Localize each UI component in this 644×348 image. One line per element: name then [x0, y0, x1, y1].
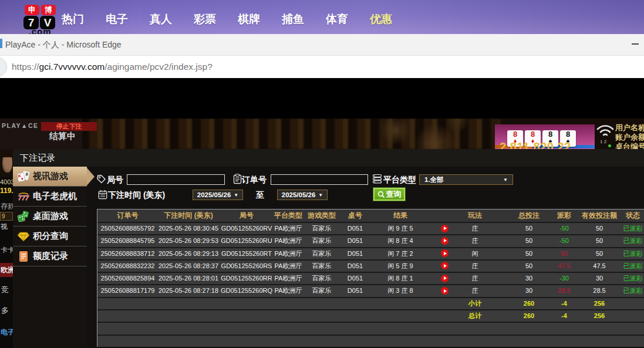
dealer-hair [2, 150, 13, 157]
cell-bet: 50 [511, 261, 547, 272]
cell-bet: 50 [511, 248, 547, 259]
nav-item-彩票[interactable]: 彩票 [194, 12, 214, 27]
cell-status: 已派彩 [617, 235, 644, 246]
page-content: PLAY▲CE 停止下注 结算中 8♦8♦8♠8♠ 2,811,820.22 1… [0, 78, 644, 348]
cell-platform: PA欧洲厅 [274, 261, 302, 272]
playace-logo: PLAY▲CE [2, 122, 39, 129]
platform-select[interactable]: 1.全部 ▼ [419, 174, 513, 185]
cell-order: 250526088832232 [97, 261, 158, 272]
url-scheme: https:// [12, 62, 39, 72]
cell-bet: 30 [511, 285, 547, 296]
cell-empty [158, 310, 219, 322]
cell-payout: -50 [547, 223, 582, 234]
cell-empty [274, 310, 302, 322]
fragment-badge: 9 [0, 212, 13, 221]
sidebar-item-积分查询[interactable]: 积分查询 [13, 227, 87, 246]
cell-result: 闲 9 庄 5 [369, 223, 431, 234]
play-video-icon[interactable] [441, 275, 449, 282]
date-to-select[interactable]: 2025/05/26 ▼ [277, 190, 328, 200]
date-from-value: 2025/05/26 [197, 191, 231, 198]
cell-valid: 50 [582, 248, 617, 259]
table-empty-row [97, 335, 644, 347]
svg-text:777: 777 [18, 194, 29, 201]
date-to-value: 2025/05/26 [282, 191, 316, 198]
site-logo[interactable]: 申 博 [25, 5, 56, 15]
cell-time: 2025-05-26 08:28:01 [158, 273, 219, 284]
round-input[interactable] [127, 174, 225, 185]
panel-header: 下注记录 [13, 149, 644, 167]
nav-item-电子[interactable]: 电子 [106, 12, 126, 27]
play-video-icon[interactable] [441, 249, 449, 257]
platform-label: 平台类型 [383, 175, 416, 185]
bet-records-table: 订单号下注时间 (美东)局号平台类型游戏类型桌号结果玩法总投注派彩有效投注额状态… [97, 209, 644, 347]
column-header: 订单号 [97, 210, 158, 222]
cell-round: GD051255260RS [219, 261, 274, 272]
fragment-deposit: 存款 [1, 201, 13, 211]
sidebar-item-额度记录[interactable]: 额度记录 [13, 246, 87, 266]
cell-valid: 30 [582, 273, 617, 284]
cell-empty [341, 298, 369, 309]
sidebar-item-视讯游戏[interactable]: 9♠K♥视讯游戏 [13, 167, 87, 187]
url-host: gci.7vvvvvv.com [39, 62, 105, 72]
cell-platform: PA欧洲厅 [274, 235, 302, 246]
cell-table-no: D051 [341, 273, 369, 284]
play-video-icon[interactable] [441, 237, 449, 245]
sidebar-item-label: 视讯游戏 [33, 171, 68, 182]
nav-item-捕鱼[interactable]: 捕鱼 [282, 12, 302, 27]
site-navbar: 申 博 7 V .com 热门电子真人彩票棋牌捕鱼体育优惠 [0, 0, 644, 34]
cell-table-no: D051 [341, 261, 369, 272]
minimize-icon[interactable] [632, 43, 639, 45]
cell-status: 已派彩 [617, 261, 644, 272]
date-from-select[interactable]: 2025/05/26 ▼ [193, 190, 243, 200]
address-input[interactable]: https://gci.7vvvvvv.com/agingame/pcv2/in… [12, 56, 213, 77]
panel-title: 下注记录 [20, 149, 55, 167]
column-header: 局号 [219, 210, 274, 222]
cell-time: 2025-05-26 08:29:13 [158, 248, 219, 259]
order-input[interactable] [271, 174, 368, 185]
to-label: 至 [256, 190, 264, 201]
chevron-down-icon: ▼ [318, 192, 323, 198]
sidebar-item-电子老虎机[interactable]: 777电子老虎机 [13, 187, 87, 207]
left-edge-fragments: 4003 119. 存款 9 视 卡卡 欧洲 竞 多 电子 [0, 149, 13, 348]
slot-777-icon: 777 [17, 190, 30, 203]
play-video-icon[interactable] [441, 225, 449, 232]
nav-item-体育[interactable]: 体育 [326, 12, 346, 27]
cell-payout: 50 [547, 248, 582, 259]
cell-platform: PA欧洲厅 [274, 273, 302, 284]
sidebar-item-桌面游戏[interactable]: 桌面游戏 [13, 207, 87, 227]
cell-play: 庄 [457, 273, 493, 284]
chevron-down-icon: ▼ [234, 192, 238, 198]
cell-payout: -50 [547, 235, 582, 246]
cell-payout: 47.5 [547, 261, 582, 272]
clipboard-icon [233, 174, 242, 184]
cell-sum-payout: -4 [547, 310, 582, 322]
play-video-icon[interactable] [441, 262, 449, 269]
cell-time: 2025-05-26 08:28:37 [158, 261, 219, 272]
urlbar-button-icon[interactable] [0, 57, 7, 77]
cell-sum-payout: -4 [547, 298, 582, 309]
wifi-icon [595, 121, 615, 138]
bet-records-panel: 下注记录 9♠K♥视讯游戏777电子老虎机桌面游戏积分查询额度记录 局号 订单号 [13, 149, 644, 348]
dealer-photo [0, 149, 13, 177]
diamond-icon [17, 230, 30, 243]
cell-table-no: D051 [341, 285, 369, 296]
cell-sum-bet: 260 [511, 310, 547, 322]
nav-item-热门[interactable]: 热门 [62, 12, 82, 27]
cell-play: 闲 [457, 248, 493, 259]
cell-play: 庄 [457, 285, 493, 296]
query-button[interactable]: 查询 [373, 188, 405, 201]
cell-table-no: D051 [341, 248, 369, 259]
play-video-icon[interactable] [441, 287, 449, 295]
nav-item-棋牌[interactable]: 棋牌 [238, 12, 258, 27]
nav-item-优惠[interactable]: 优惠 [370, 12, 390, 27]
cell-platform: PA欧洲厅 [274, 285, 302, 296]
cell-order: 250526088817179 [97, 285, 158, 296]
fragment-number: 4003 [0, 178, 13, 185]
cell-game: 百家乐 [302, 248, 341, 259]
cell-empty [219, 298, 274, 309]
cell-game: 百家乐 [302, 235, 341, 246]
screen: 申 博 7 V .com 热门电子真人彩票棋牌捕鱼体育优惠 PlayAce - … [0, 0, 644, 348]
table-row: 2505260888322322025-05-26 08:28:37GD0512… [97, 259, 644, 272]
nav-item-真人[interactable]: 真人 [150, 12, 170, 27]
logo-badge-bo: 博 [41, 5, 56, 15]
